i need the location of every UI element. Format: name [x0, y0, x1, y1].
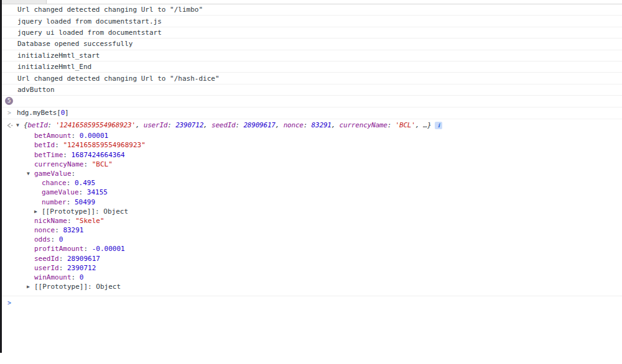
object-property-row: profitAmount: -0.00001 [0, 244, 622, 253]
return-value-icon [6, 122, 16, 129]
property-name: betId [34, 141, 55, 149]
property-separator: : [95, 207, 103, 216]
log-message: initializeHmtl_End [17, 63, 91, 71]
log-message: jquery ui loaded from documentstart [17, 29, 162, 37]
property-name: betAmount [34, 132, 72, 140]
object-property-row: nonce: 83291 [0, 225, 622, 235]
property-value: 0 [80, 273, 84, 281]
property-value: 0.495 [75, 179, 95, 187]
token-plain: : [48, 121, 56, 129]
property-value: -0.00001 [92, 245, 125, 253]
expand-toggle-icon[interactable]: ▼ [16, 122, 24, 128]
object-property-row: winAmount: 0 [0, 273, 622, 282]
log-message: Url changed detected changing Url to "/l… [17, 6, 203, 14]
token-plain: : [304, 121, 312, 129]
property-separator: : [72, 132, 80, 140]
property-separator: : [83, 160, 91, 168]
object-property-row: betId: "124165859554968923" [0, 140, 622, 150]
token-plain: hdg.myBets[ [17, 109, 61, 117]
token-plain: , [203, 121, 211, 129]
console-prompt-row: > [0, 296, 622, 309]
object-property-row: odds: 0 [0, 235, 622, 244]
property-separator: : [51, 235, 59, 243]
log-message: initializeHmtl_start [17, 52, 100, 60]
expand-toggle-icon[interactable]: ▶ [27, 284, 34, 289]
object-preview[interactable]: {betId: '124165859554968923', userId: 23… [24, 121, 431, 129]
object-property-row: currencyName: "BCL" [0, 160, 622, 169]
token-plain: ] [65, 109, 68, 117]
log-message: Database opened successfully [17, 40, 132, 48]
console-command-row: > hdg.myBets[0] [0, 107, 622, 120]
property-value: 50499 [75, 198, 95, 206]
property-value: Object [96, 283, 121, 291]
property-name: gameValue [34, 170, 72, 178]
property-name: betTime [34, 151, 63, 159]
console-log-row: Url changed detected changing Url to "/l… [0, 4, 622, 16]
token-plain: , …} [415, 121, 432, 129]
object-property-row: chance: 0.495 [0, 178, 622, 188]
property-separator: : [72, 170, 76, 178]
expand-toggle-icon[interactable]: ▶ [34, 209, 42, 214]
console-input[interactable] [11, 299, 622, 309]
token-key: nonce [284, 121, 304, 129]
token-plain: , [276, 121, 284, 129]
console-log-row: Url changed detected changing Url to "/h… [0, 73, 622, 84]
object-property-row: number: 50499 [0, 197, 622, 206]
property-name: seedId [34, 255, 59, 263]
console-log-row: initializeHmtl_start [0, 50, 622, 61]
object-property-row: seedId: 28909617 [0, 254, 622, 263]
token-number: 28909617 [243, 121, 275, 129]
object-property-row: gameValue: 34155 [0, 188, 622, 197]
object-property-tree: betAmount: 0.00001betId: "12416585955496… [0, 131, 622, 291]
property-separator: : [67, 217, 75, 225]
property-separator: : [63, 151, 71, 159]
property-value: 0 [59, 235, 63, 243]
property-separator: : [59, 255, 67, 263]
property-value: 34155 [87, 188, 108, 196]
property-name: number [42, 198, 67, 206]
property-name: winAmount [34, 273, 72, 281]
property-separator: : [72, 273, 80, 281]
console-log-list: Url changed detected changing Url to "/l… [0, 4, 622, 96]
property-name: [[Prototype]] [42, 207, 95, 216]
console-log-row: Database opened successfully [0, 39, 622, 50]
token-key: betId [27, 121, 47, 129]
property-name: currencyName [34, 160, 83, 168]
console-log-row: advButton [0, 84, 622, 96]
property-separator: : [55, 141, 63, 149]
expand-toggle-icon[interactable]: ▼ [27, 171, 34, 176]
console-log-row: initializeHmtl_End [0, 61, 622, 73]
token-number: 2390712 [175, 121, 203, 129]
property-name: chance [42, 179, 67, 187]
object-preview-row: ▼ {betId: '124165859554968923', userId: … [0, 119, 622, 131]
property-value: "Skele" [75, 217, 104, 225]
property-separator: : [83, 245, 91, 253]
evaluated-info-icon[interactable]: i [435, 122, 442, 129]
command-chevron-icon: > [7, 109, 17, 116]
property-name: nickName [34, 217, 67, 225]
console-badge-row: 5 [0, 96, 622, 107]
console-panel: Url changed detected changing Url to "/l… [0, 4, 622, 309]
property-separator: : [55, 226, 63, 234]
log-message: advButton [17, 86, 55, 94]
property-value: Object [103, 207, 128, 216]
log-message: Url changed detected changing Url to "/h… [17, 75, 220, 83]
object-property-row: betAmount: 0.00001 [0, 131, 622, 140]
token-key: seedId [211, 121, 236, 129]
property-value: "BCL" [92, 160, 113, 168]
object-property-row: ▶[[Prototype]]: Object [0, 207, 622, 216]
property-name: odds [34, 235, 51, 243]
token-plain: : [388, 121, 396, 129]
token-string: 'BCL' [396, 121, 415, 129]
token-key: currencyName [340, 121, 388, 129]
object-property-row: nickName: "Skele" [0, 216, 622, 225]
token-plain: , [332, 121, 340, 129]
property-name: [[Prototype]] [34, 283, 88, 291]
property-separator: : [88, 283, 96, 291]
property-separator: : [79, 188, 87, 196]
console-log-row: jquery ui loaded from documentstart [0, 27, 622, 39]
property-name: nonce [34, 226, 55, 234]
log-message: jquery loaded from documentstart.js [17, 17, 162, 25]
devtools-toolbar-edge [0, 0, 622, 4]
token-plain: : [167, 121, 175, 129]
